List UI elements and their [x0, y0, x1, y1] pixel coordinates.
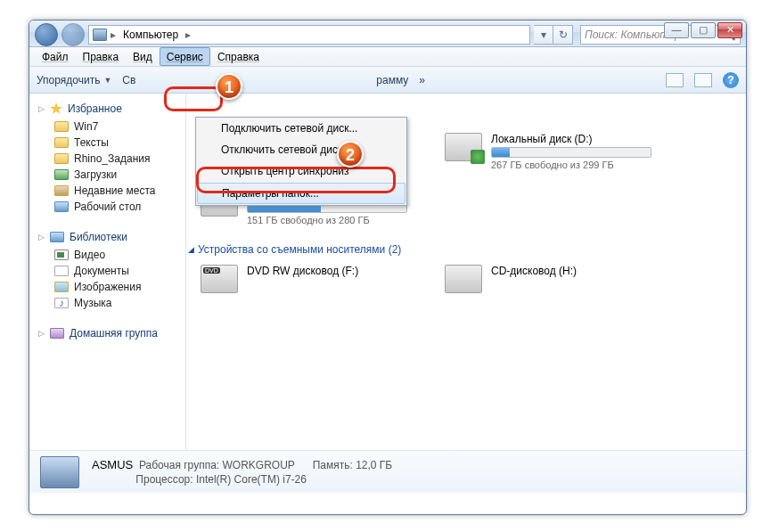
music-icon: ♪ — [54, 298, 69, 308]
computer-icon — [93, 29, 107, 41]
desktop-icon — [54, 201, 69, 212]
drive-d-bar — [491, 147, 651, 158]
drive-d-free: 267 ГБ свободно из 299 ГБ — [491, 160, 676, 170]
computer-large-icon — [40, 456, 79, 488]
star-icon — [50, 102, 62, 115]
explorer-window: ▸ Компьютер ▸ ▾ ↻ Поиск: Компьютер 🔍 — ▢… — [29, 20, 747, 515]
nav-forward-button[interactable] — [61, 23, 85, 46]
callout-badge-2: 2 — [337, 141, 364, 168]
menu-tools[interactable]: Сервис — [160, 47, 210, 66]
documents-icon — [54, 266, 69, 276]
breadcrumb-sep: ▸ — [111, 29, 116, 41]
sidebar-item-music[interactable]: ♪Музыка — [29, 295, 185, 311]
refresh-button[interactable]: ↻ — [553, 25, 573, 45]
program-button-partial[interactable]: рамму — [376, 74, 408, 86]
drive-dvd-name: DVD RW дисковод (F:) — [247, 265, 432, 277]
nav-back-button[interactable] — [35, 23, 58, 46]
maximize-button[interactable]: ▢ — [691, 22, 716, 38]
address-bar[interactable]: ▸ Компьютер ▸ — [88, 25, 530, 45]
callout-badge-1: 1 — [216, 73, 242, 100]
properties-button-partial[interactable]: Св — [122, 74, 135, 86]
favorites-header[interactable]: ▷Избранное — [29, 99, 185, 119]
breadcrumb-sep: ▸ — [185, 29, 191, 41]
sidebar-item-recent[interactable]: Недавние места — [29, 183, 185, 199]
drive-cd[interactable]: CD-дисковод (H:) — [445, 265, 676, 293]
drive-d-name: Локальный диск (D:) — [491, 133, 676, 145]
menu-edit[interactable]: Правка — [76, 47, 127, 66]
menu-map-drive[interactable]: Подключить сетевой диск... — [196, 118, 406, 139]
libraries-icon — [50, 232, 64, 242]
downloads-icon — [54, 169, 69, 180]
menu-sync-center[interactable]: Открыть центр синхрониз — [196, 160, 406, 182]
tools-dropdown: Подключить сетевой диск... Отключить сет… — [195, 117, 407, 206]
folder-icon — [54, 153, 69, 164]
drive-d[interactable]: Локальный диск (D:) 267 ГБ свободно из 2… — [445, 133, 676, 170]
menu-file[interactable]: Файл — [35, 47, 76, 66]
libraries-header[interactable]: ▷Библиотеки — [29, 227, 185, 247]
toolbar-more[interactable]: » — [419, 74, 425, 86]
sidebar-item-texts[interactable]: Тексты — [29, 135, 185, 151]
nav-pane: ▷Избранное Win7 Тексты Rhino_Задания Заг… — [29, 94, 186, 450]
drive-e-free: 151 ГБ свободно из 280 ГБ — [247, 215, 432, 225]
minimize-button[interactable]: — — [664, 22, 689, 38]
menu-view[interactable]: Вид — [126, 47, 160, 66]
close-button[interactable]: ✕ — [717, 22, 742, 38]
menu-folder-options[interactable]: Параметры папок... — [197, 183, 405, 204]
drive-cd-name: CD-дисковод (H:) — [491, 265, 676, 277]
group-removable-header[interactable]: ◢Устройства со съемными носителями (2) — [188, 243, 401, 256]
sidebar-item-desktop[interactable]: Рабочий стол — [29, 199, 185, 215]
address-dropdown-button[interactable]: ▾ — [534, 25, 553, 45]
organize-button[interactable]: Упорядочить ▼ — [37, 74, 111, 86]
homegroup-header[interactable]: ▷Домашняя группа — [29, 323, 185, 343]
menu-unmap-drive[interactable]: Отключить сетевой диск... — [196, 139, 406, 160]
sidebar-item-video[interactable]: Видео — [29, 247, 185, 263]
folder-icon — [54, 121, 69, 132]
status-bar: ASMUS Рабочая группа: WORKGROUP Память: … — [29, 450, 746, 493]
sidebar-item-rhino[interactable]: Rhino_Задания — [29, 151, 185, 167]
menu-help[interactable]: Справка — [210, 47, 266, 66]
menubar: Файл Правка Вид Сервис Справка — [29, 47, 746, 67]
video-icon — [54, 250, 69, 260]
cd-icon — [445, 265, 482, 293]
dvd-icon — [201, 265, 238, 293]
titlebar: ▸ Компьютер ▸ ▾ ↻ Поиск: Компьютер 🔍 — ▢… — [29, 20, 746, 47]
view-mode-button[interactable] — [666, 73, 684, 87]
status-pc-name: ASMUS — [92, 458, 133, 471]
preview-pane-button[interactable] — [694, 73, 712, 87]
help-icon[interactable]: ? — [723, 72, 739, 88]
recent-icon — [54, 185, 69, 196]
pictures-icon — [54, 282, 69, 292]
folder-icon — [54, 137, 69, 148]
sidebar-item-downloads[interactable]: Загрузки — [29, 167, 185, 183]
toolbar: Упорядочить ▼ Св рамму » ? — [29, 67, 746, 94]
drive-icon — [445, 133, 482, 161]
breadcrumb-computer[interactable]: Компьютер — [119, 29, 182, 41]
sidebar-item-documents[interactable]: Документы — [29, 263, 185, 279]
homegroup-icon — [50, 328, 64, 339]
sidebar-item-win7[interactable]: Win7 — [29, 119, 185, 135]
sidebar-item-pictures[interactable]: Изображения — [29, 279, 185, 295]
drive-dvd[interactable]: DVD RW дисковод (F:) — [201, 265, 432, 293]
